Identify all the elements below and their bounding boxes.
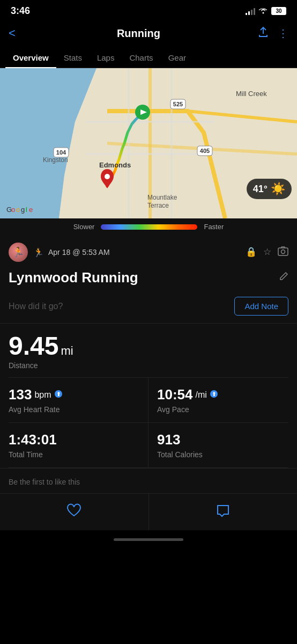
add-note-button[interactable]: Add Note — [234, 297, 288, 316]
activity-meta: 🏃 Apr 18 @ 5:53 AM 🔒 ☆ — [33, 246, 288, 259]
distance-label: Distance — [9, 361, 288, 370]
svg-text:e: e — [29, 206, 33, 214]
svg-text:g: g — [21, 206, 25, 214]
svg-text:Kingston: Kingston — [43, 156, 68, 164]
heart-rate-value: 133 — [9, 386, 32, 403]
weather-badge: 41° ☀️ — [247, 179, 292, 199]
nav-actions: ⋮ — [257, 26, 288, 41]
signal-icon — [246, 8, 255, 15]
like-row: Be the first to like this — [0, 468, 297, 493]
tab-charts[interactable]: Charts — [122, 48, 160, 68]
stats-section: 9.45mi Distance 133 bpm ⬆ Avg Heart Rate… — [0, 324, 297, 468]
tab-gear[interactable]: Gear — [161, 48, 194, 68]
svg-point-3 — [105, 174, 110, 179]
svg-point-22 — [281, 250, 285, 253]
status-time: 3:46 — [11, 5, 30, 17]
battery-icon: 30 — [271, 7, 286, 15]
home-indicator — [0, 530, 297, 548]
wifi-icon — [258, 6, 268, 16]
stats-grid-1: 133 bpm ⬆ Avg Heart Rate 10:54 /mi ⬆ — [9, 378, 288, 423]
temperature: 41° — [253, 184, 268, 195]
distance-stat: 9.45mi Distance — [9, 324, 288, 378]
svg-text:104: 104 — [56, 149, 66, 156]
distance-value: 9.45 — [9, 332, 58, 360]
pace-icon: ⬆ — [210, 390, 218, 400]
nav-bar: < Running ⋮ — [0, 20, 297, 48]
star-icon[interactable]: ☆ — [263, 246, 271, 259]
note-row: How did it go? Add Note — [0, 291, 297, 324]
like-text: Be the first to like this — [9, 478, 80, 486]
home-bar — [114, 538, 183, 541]
bottom-actions — [0, 493, 297, 530]
edit-icon[interactable] — [279, 272, 288, 284]
distance-unit: mi — [61, 344, 73, 357]
like-button[interactable] — [0, 494, 149, 530]
svg-text:405: 405 — [200, 148, 210, 154]
tab-overview[interactable]: Overview — [5, 48, 56, 68]
status-bar: 3:46 30 — [0, 0, 297, 20]
activity-title: Lynnwood Running — [9, 269, 138, 286]
pace-value: 10:54 — [157, 386, 193, 403]
share-button[interactable] — [257, 26, 269, 41]
comment-icon — [216, 503, 231, 521]
slower-label: Slower — [73, 223, 95, 231]
svg-text:Mill Creek: Mill Creek — [236, 90, 267, 98]
map: 525 405 104 Edmonds Kingston Mill Creek … — [0, 68, 297, 218]
svg-text:⬆: ⬆ — [212, 391, 216, 397]
svg-text:Terrace: Terrace — [147, 202, 169, 209]
photo-icon[interactable] — [278, 246, 288, 259]
pace-unit: /mi — [196, 390, 207, 400]
avatar-image: 🏃 — [9, 243, 28, 262]
pace-label: Avg Pace — [157, 405, 288, 414]
svg-rect-21 — [278, 248, 288, 255]
heart-rate-stat: 133 bpm ⬆ Avg Heart Rate — [9, 378, 148, 422]
time-label: Total Time — [9, 450, 139, 459]
running-icon: 🏃 — [33, 247, 44, 258]
weather-icon: ☀️ — [271, 182, 285, 196]
time-stat: 1:43:01 Total Time — [9, 423, 148, 467]
comment-button[interactable] — [149, 494, 298, 530]
lock-icon: 🔒 — [246, 246, 257, 259]
tabs: Overview Stats Laps Charts Gear — [0, 48, 297, 68]
heart-icon — [66, 503, 81, 521]
svg-text:l: l — [26, 206, 27, 214]
svg-text:Edmonds: Edmonds — [99, 161, 131, 169]
status-icons: 30 — [246, 6, 286, 16]
svg-text:o: o — [16, 206, 20, 214]
activity-title-row: Lynnwood Running — [0, 266, 297, 291]
stats-grid-2: 1:43:01 Total Time 913 Total Calories — [9, 423, 288, 468]
pace-stat: 10:54 /mi ⬆ Avg Pace — [148, 378, 288, 422]
svg-text:o: o — [11, 206, 15, 214]
menu-button[interactable]: ⋮ — [278, 27, 288, 40]
calories-label: Total Calories — [157, 450, 288, 459]
tab-laps[interactable]: Laps — [90, 48, 122, 68]
avatar: 🏃 — [9, 243, 28, 262]
faster-label: Faster — [204, 223, 224, 231]
heart-rate-icon: ⬆ — [54, 390, 63, 400]
meta-icons: 🔒 ☆ — [246, 246, 288, 259]
tab-stats[interactable]: Stats — [56, 48, 90, 68]
activity-header: 🏃 🏃 Apr 18 @ 5:53 AM 🔒 ☆ — [0, 235, 297, 266]
speed-bar: Slower Faster — [0, 218, 297, 235]
calories-value: 913 — [157, 431, 180, 448]
svg-text:525: 525 — [173, 101, 183, 107]
svg-text:Mountlake: Mountlake — [147, 194, 177, 201]
nav-title: Running — [20, 27, 257, 40]
activity-date: Apr 18 @ 5:53 AM — [48, 248, 110, 257]
note-placeholder[interactable]: How did it go? — [9, 302, 63, 311]
svg-text:⬆: ⬆ — [56, 391, 61, 397]
calories-stat: 913 Total Calories — [148, 423, 288, 467]
speed-gradient — [101, 224, 197, 230]
back-button[interactable]: < — [9, 24, 20, 42]
time-value: 1:43:01 — [9, 431, 57, 448]
heart-rate-unit: bpm — [34, 390, 51, 400]
heart-rate-label: Avg Heart Rate — [9, 405, 139, 414]
